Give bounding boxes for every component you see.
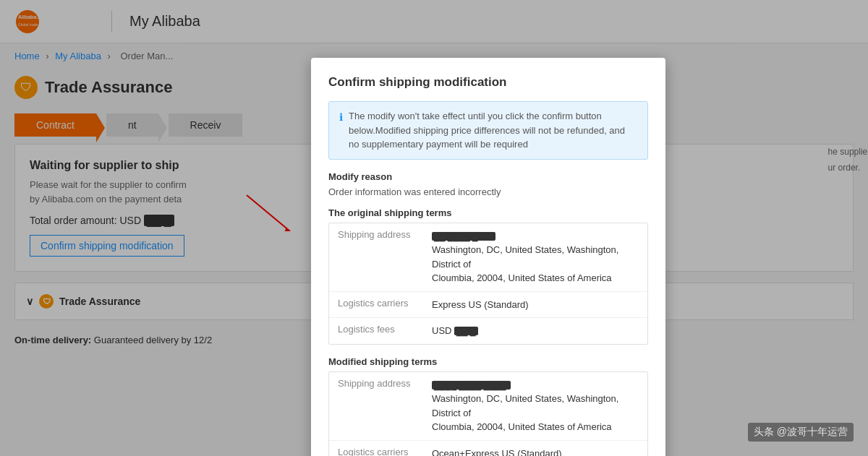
original-address-row: Shipping address ██ ████ █·^^^· Washingt…	[329, 223, 647, 292]
original-fees-value: USD ██·█	[432, 324, 478, 338]
original-carriers-row: Logistics carriers Express US (Standard)	[329, 292, 647, 319]
modal-info-text: The modify won't take effect until you c…	[349, 109, 637, 152]
modified-address-label: Shipping address	[338, 378, 425, 434]
modify-reason-value: Order information was entered incorrectl…	[328, 186, 648, 197]
original-fees-label: Logistics fees	[338, 324, 425, 338]
original-fees-row: Logistics fees USD ██·█	[329, 318, 647, 344]
modal-info-box: ℹ The modify won't take effect until you…	[328, 101, 648, 160]
modified-address-masked: ████ ████·████·	[432, 381, 511, 390]
original-carriers-value: Express US (Standard)	[432, 298, 529, 312]
watermark: 头条 @波哥十年运营	[748, 423, 854, 442]
modified-shipping-label: Modified shipping terms	[328, 356, 648, 367]
modified-shipping-table: Shipping address ████ ████·████· Washing…	[328, 371, 648, 457]
info-icon: ℹ	[339, 110, 343, 152]
modified-address-row: Shipping address ████ ████·████· Washing…	[329, 372, 647, 441]
original-shipping-label: The original shipping terms	[328, 207, 648, 218]
original-fees-masked: ██·█	[454, 327, 477, 335]
modified-carriers-row: Logistics carriers Ocean+Express US (Sta…	[329, 441, 647, 457]
modified-carriers-label: Logistics carriers	[338, 447, 425, 457]
shipping-modification-modal: Confirm shipping modification ℹ The modi…	[311, 58, 665, 456]
original-address-label: Shipping address	[338, 229, 425, 285]
original-address-value: ██ ████ █·^^^· Washington, DC, United St…	[432, 229, 639, 285]
original-address-masked: ██ ████ █·^^^·	[432, 232, 495, 241]
modified-address-value: ████ ████·████· Washington, DC, United S…	[432, 378, 639, 434]
modify-reason-label: Modify reason	[328, 171, 648, 182]
original-shipping-table: Shipping address ██ ████ █·^^^· Washingt…	[328, 223, 648, 345]
modified-carriers-value: Ocean+Express US (Standard)	[432, 447, 562, 457]
original-carriers-label: Logistics carriers	[338, 298, 425, 312]
modal-title: Confirm shipping modification	[328, 75, 648, 90]
